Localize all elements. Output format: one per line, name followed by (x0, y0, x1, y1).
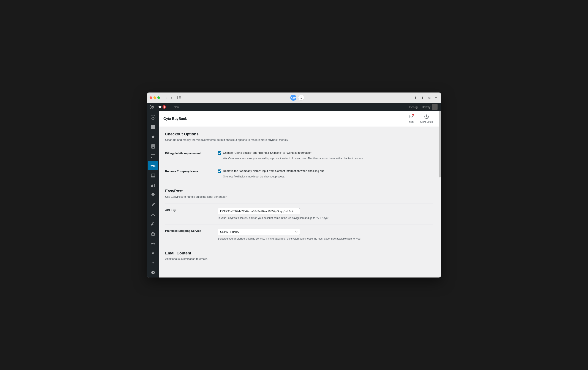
email-content-title: Email Content (165, 251, 433, 256)
sidebar-item-users[interactable] (148, 210, 158, 219)
api-key-label: API Key (165, 208, 213, 220)
shipping-service-label: Preferred Shipping Service (165, 229, 213, 241)
howdy-toolbar-item[interactable]: Howdy, (420, 103, 439, 111)
svg-rect-3 (179, 99, 181, 99)
svg-point-26 (152, 252, 154, 254)
billing-details-content: Change "Billing details" and "Billing & … (218, 151, 433, 160)
browser-titlebar: ‹ › ABP 🛡 ⬇ ⬆ ⧉ (147, 92, 441, 103)
svg-point-25 (152, 243, 154, 244)
svg-text:W: W (151, 106, 153, 108)
shipping-service-helper: Selected your preferred shipping service… (218, 237, 433, 241)
nav-buttons: ‹ › (163, 95, 174, 100)
sidebar-item-wp-logo[interactable]: W (148, 112, 158, 122)
svg-rect-18 (152, 185, 153, 187)
sidebar-item-media[interactable] (148, 268, 158, 277)
abp-badge: ABP (290, 95, 296, 101)
svg-point-20 (152, 194, 154, 196)
browser-window: ‹ › ABP 🛡 ⬇ ⬆ ⧉ (147, 92, 441, 278)
shipping-service-content: USPS - Priority USPS - First Class USPS … (218, 229, 433, 241)
new-toolbar-item[interactable]: + New (169, 105, 181, 110)
store-setup-icon (424, 114, 429, 120)
wp-main: W (147, 111, 441, 278)
close-button[interactable] (150, 96, 152, 99)
sidebar-item-settings2[interactable] (148, 248, 158, 258)
svg-rect-19 (154, 184, 155, 187)
maximize-button[interactable] (157, 96, 160, 99)
shipping-service-select-wrapper: USPS - Priority USPS - First Class USPS … (218, 229, 300, 235)
new-tab-button[interactable]: + (433, 95, 438, 100)
wp-sidebar: W (147, 111, 159, 278)
minimize-button[interactable] (154, 96, 156, 99)
sidebar-item-analytics[interactable] (148, 180, 158, 190)
billing-details-helper: WooCommerce assumes you are selling a pr… (218, 157, 433, 160)
sidebar-item-woocommerce[interactable]: Woo (148, 161, 158, 170)
sidebar-item-settings3[interactable] (148, 258, 158, 267)
svg-text:W: W (152, 116, 154, 119)
svg-rect-22 (152, 233, 155, 235)
shield-badge: 🛡 (298, 95, 304, 101)
comments-badge: 0 (163, 105, 166, 109)
traffic-lights (150, 96, 160, 99)
api-key-input[interactable] (218, 208, 300, 214)
inbox-button[interactable]: Inbox (407, 113, 416, 124)
sidebar-item-appearance[interactable] (148, 200, 158, 209)
sidebar-item-plugins[interactable] (148, 229, 158, 238)
remove-company-checkbox[interactable] (218, 170, 221, 173)
wp-admin: W 💬 0 + New Debug Howdy, (147, 103, 441, 278)
svg-rect-1 (179, 96, 181, 97)
remove-company-checkbox-label[interactable]: Remove the "Company Name" input from Con… (223, 169, 324, 172)
toolbar-right: Debug Howdy, (408, 103, 439, 111)
sidebar-item-dashboard[interactable] (148, 122, 158, 131)
email-content-desc: Additional customization to emails. (165, 257, 433, 260)
svg-rect-2 (179, 98, 181, 98)
forward-button[interactable]: › (169, 95, 174, 100)
shipping-service-select[interactable]: USPS - Priority USPS - First Class USPS … (218, 229, 300, 235)
billing-details-checkbox-label[interactable]: Change "Billing details" and "Billing & … (223, 151, 312, 154)
svg-rect-10 (151, 127, 153, 129)
comments-toolbar-item[interactable]: 💬 0 (157, 104, 168, 110)
page-header: Gyta BuyBack Inbox (159, 111, 439, 127)
tab-button[interactable]: ⧉ (426, 95, 432, 101)
remove-company-content: Remove the "Company Name" input from Con… (218, 169, 433, 179)
remove-company-checkbox-row: Remove the "Company Name" input from Con… (218, 169, 433, 173)
billing-details-checkbox-row: Change "Billing details" and "Billing & … (218, 151, 433, 155)
remove-company-helper: One less field helps smooth out the chec… (218, 175, 433, 179)
billing-details-checkbox[interactable] (218, 151, 221, 155)
easypost-desc: Use EasyPost to handle shipping label ge… (165, 195, 433, 198)
browser-chrome: ‹ › ABP 🛡 ⬇ ⬆ ⧉ (147, 92, 441, 103)
remove-company-label: Remove Company Name (165, 169, 213, 179)
sidebar-item-pin[interactable] (148, 132, 158, 141)
billing-details-label: Billing details replacement (165, 151, 213, 160)
api-key-helper: In your EasyPost account, click on your … (218, 216, 433, 220)
back-button[interactable]: ‹ (163, 95, 168, 100)
wp-logo[interactable]: W (149, 104, 155, 110)
svg-rect-17 (151, 185, 152, 187)
sidebar-item-pages[interactable] (148, 142, 158, 151)
inbox-notification-dot (412, 114, 414, 116)
sidebar-item-tools[interactable] (148, 219, 158, 229)
inbox-icon (409, 114, 414, 120)
store-setup-button[interactable]: Store Setup (419, 113, 434, 124)
sidebar-item-marketing[interactable] (148, 190, 158, 200)
billing-details-row: Billing details replacement Change "Bill… (165, 147, 433, 165)
shipping-service-row: Preferred Shipping Service USPS - Priori… (165, 224, 433, 245)
browser-address-bar: ABP 🛡 (184, 95, 411, 101)
sidebar-item-products[interactable] (148, 171, 158, 180)
sidebar-toggle-button[interactable] (176, 95, 182, 101)
svg-rect-8 (151, 125, 153, 127)
share-button[interactable]: ⬆ (420, 95, 425, 101)
easypost-title: EasyPost (165, 189, 433, 193)
remove-company-row: Remove Company Name Remove the "Company … (165, 165, 433, 183)
scrollbar-thumb[interactable] (439, 111, 441, 178)
sidebar-item-settings1[interactable] (148, 239, 158, 248)
sidebar-item-comments[interactable] (148, 151, 158, 161)
debug-toolbar-item[interactable]: Debug (408, 105, 419, 110)
download-button[interactable]: ⬇ (412, 95, 419, 101)
comment-icon: 💬 (158, 105, 162, 109)
api-key-content: In your EasyPost account, click on your … (218, 208, 433, 220)
wp-content-area: Gyta BuyBack Inbox (159, 111, 439, 278)
svg-point-21 (152, 213, 154, 215)
settings-content: Checkout Options Clean up and modify the… (159, 127, 439, 278)
woo-badge: Woo (149, 163, 157, 168)
svg-rect-16 (151, 174, 155, 177)
